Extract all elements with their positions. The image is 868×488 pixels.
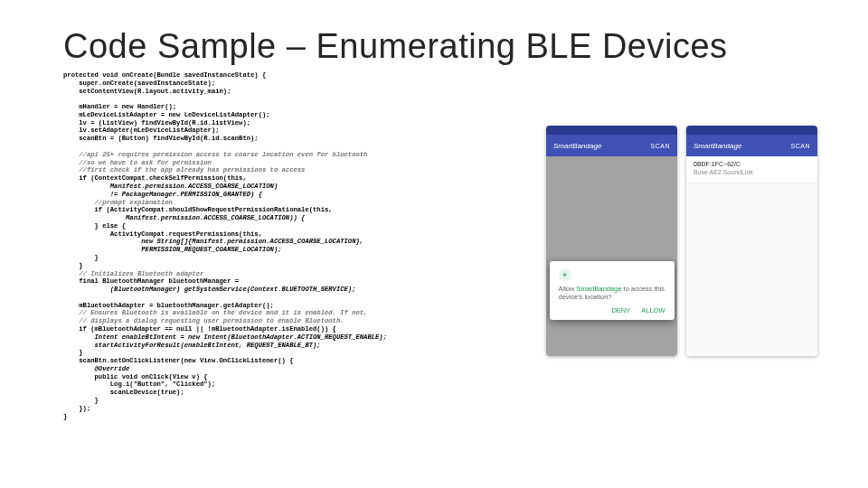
code-line: } xyxy=(63,254,99,261)
scan-button[interactable]: SCAN xyxy=(651,143,670,149)
code-line: scanBtn.setOnClickListener(new View.OnCl… xyxy=(63,357,293,364)
code-line: ActivityCompat.requestPermissions(this, xyxy=(63,230,262,238)
code-line: mBluetoothAdapter = bluetoothManager.get… xyxy=(63,302,274,309)
code-line: if (ContextCompat.checkSelfPermission(th… xyxy=(63,174,247,182)
code-line: } else { xyxy=(63,222,126,230)
code-line: if (mBluetoothAdapter == null || !mBluet… xyxy=(63,325,336,333)
code-line: mHandler = new Handler(); xyxy=(63,103,176,110)
app-title: SmartBandage xyxy=(553,142,601,150)
dialog-text: Allow xyxy=(559,285,577,293)
dialog-text: device's location? xyxy=(559,293,612,301)
slide-title: Code Sample – Enumerating BLE Devices xyxy=(63,27,823,66)
code-line: Manifest.permission.ACCESS_COARSE_LOCATI… xyxy=(63,183,278,190)
code-line: scanBtn = (Button) findViewById(R.id.sca… xyxy=(63,135,259,142)
location-pin-icon: ⌖ xyxy=(559,268,571,281)
code-line: final BluetoothManager bluetoothManager … xyxy=(63,277,239,285)
code-line: scanLeDevice(true); xyxy=(63,389,184,396)
code-comment: // displays a dialog requesting user per… xyxy=(63,317,344,324)
code-line: public void onClick(View v) { xyxy=(63,373,208,380)
ble-device-item[interactable]: 0BDF:1FC~62/C Bose AE2 SoundLink xyxy=(686,156,817,183)
app-bar: SmartBandage SCAN xyxy=(686,135,817,156)
code-line: Log.i("Button", "Clicked"); xyxy=(63,380,215,388)
permission-dialog: ⌖ Allow SmartBandage to access this devi… xyxy=(550,261,675,320)
code-line: (BluetoothManager) getSystemService(Cont… xyxy=(63,286,356,293)
code-comment: // Ensures Bluetooth is available on the… xyxy=(63,309,367,316)
code-line: super.onCreate(savedInstanceState); xyxy=(63,80,215,87)
code-comment: //so we have to ask for permission xyxy=(63,159,212,166)
code-line: startActivityForResult(enableBtIntent, R… xyxy=(63,342,321,349)
code-sample: protected void onCreate(Bundle savedInst… xyxy=(63,71,533,420)
app-title: SmartBandage xyxy=(693,142,741,150)
code-line: }); xyxy=(63,405,90,412)
code-comment: // Initializes Bluetooth adapter xyxy=(63,270,203,277)
screenshots-row: SmartBandage SCAN ⌖ Allow SmartBandage t… xyxy=(546,71,823,420)
scan-button[interactable]: SCAN xyxy=(791,143,810,149)
code-comment: //first check if the app already has per… xyxy=(63,166,305,174)
allow-button[interactable]: ALLOW xyxy=(641,306,665,314)
dialog-scrim: ⌖ Allow SmartBandage to access this devi… xyxy=(546,156,677,356)
code-line: != PackageManager.PERMISSION_GRANTED) { xyxy=(63,191,262,198)
code-line: setContentView(R.layout.activity_main); xyxy=(63,88,231,95)
status-bar xyxy=(546,126,677,135)
code-line: } xyxy=(63,413,67,420)
code-line: if (ActivityCompat.shouldShowRequestPerm… xyxy=(63,206,333,213)
code-line: protected void onCreate(Bundle savedInst… xyxy=(63,71,266,79)
dialog-text: to access this xyxy=(622,285,665,293)
code-comment: //prompt explanation xyxy=(63,199,173,206)
code-line: mLeDeviceListAdapter = new LeDeviceListA… xyxy=(63,111,270,118)
phone-scan-result: SmartBandage SCAN 0BDF:1FC~62/C Bose AE2… xyxy=(686,126,817,356)
device-address: 0BDF:1FC~62/C xyxy=(693,161,741,167)
dialog-message: Allow SmartBandage to access this device… xyxy=(559,285,665,301)
deny-button[interactable]: DENY xyxy=(611,306,630,314)
code-line: } xyxy=(63,397,99,404)
app-bar: SmartBandage SCAN xyxy=(546,135,677,156)
code-line: Intent enableBtIntent = new Intent(Bluet… xyxy=(63,333,387,341)
code-line: lv.setAdapter(mLeDeviceListAdapter); xyxy=(63,127,220,134)
phone-permission: SmartBandage SCAN ⌖ Allow SmartBandage t… xyxy=(546,126,677,356)
code-line: PERMISSION_REQUEST_COARSE_LOCATION); xyxy=(63,246,282,253)
code-line: } xyxy=(63,349,83,356)
code-comment: //api 25+ requires permission access to … xyxy=(63,151,367,158)
status-bar xyxy=(686,126,817,135)
code-line: } xyxy=(63,262,83,269)
device-name: Bose AE2 SoundLink xyxy=(693,169,810,177)
code-line: new String[]{Manifest.permission.ACCESS_… xyxy=(63,238,363,245)
code-line: lv = (ListView) findViewById(R.id.listVi… xyxy=(63,119,250,127)
dialog-app-name: SmartBandage xyxy=(577,285,622,293)
code-line: Manifest.permission.ACCESS_COARSE_LOCATI… xyxy=(63,214,305,221)
code-annotation: @Override xyxy=(63,365,129,372)
